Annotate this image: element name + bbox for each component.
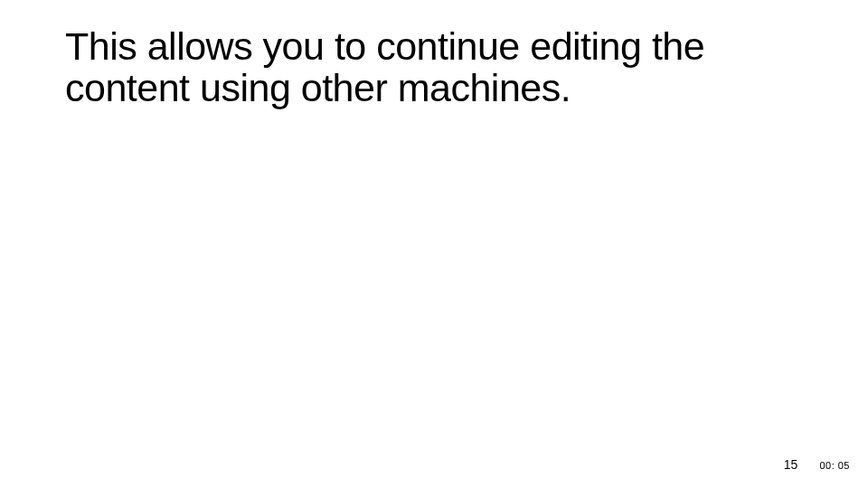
slide-content: This allows you to continue editing the … (0, 0, 868, 109)
slide-timer: 00: 05 (819, 460, 850, 471)
slide-footer: 15 00: 05 (784, 457, 850, 472)
page-number: 15 (784, 457, 798, 472)
slide-title: This allows you to continue editing the … (65, 25, 803, 109)
